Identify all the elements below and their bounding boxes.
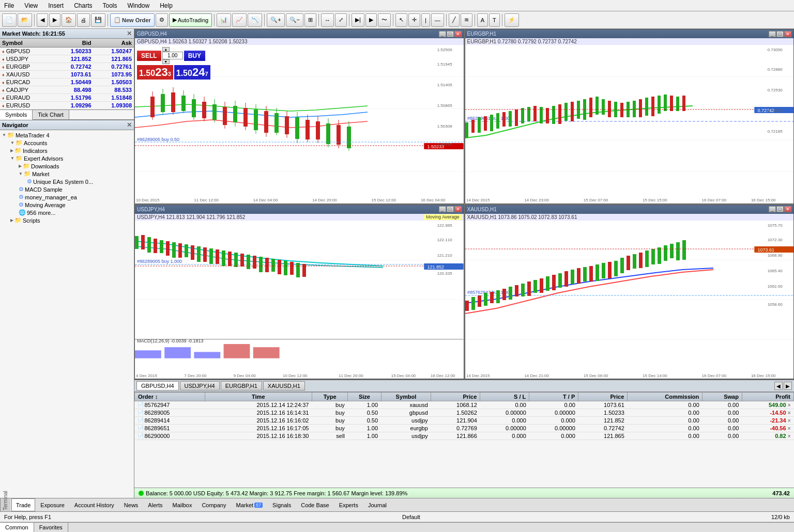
nav-downloads[interactable]: ▶ 📁 Downloads: [18, 162, 133, 170]
chart-tab-eurgbp[interactable]: EURGBP,H1: [221, 381, 262, 390]
col-price-open[interactable]: Price: [431, 393, 480, 401]
bottom-tab-market[interactable]: Market57: [231, 498, 267, 511]
col-profit[interactable]: Profit: [742, 393, 793, 401]
market-watch-row[interactable]: ♦ EURGBP 0.72742 0.72761: [0, 63, 134, 71]
bottom-tab-mailbox[interactable]: Mailbox: [167, 498, 196, 511]
chart-xauusd-body[interactable]: #85762947 buy 1.00: [465, 221, 794, 379]
col-sl[interactable]: S / L: [480, 393, 529, 401]
bottom-tab-exposure[interactable]: Exposure: [36, 498, 69, 511]
chart-usdjpy-minimize[interactable]: _: [439, 206, 446, 212]
order-settings-btn[interactable]: ⚙: [156, 13, 168, 27]
bottom-tab-trade[interactable]: Trade: [11, 498, 35, 511]
zoom-in-btn[interactable]: 🔍+: [267, 13, 284, 27]
chart-usdjpy-close[interactable]: ✕: [454, 206, 462, 212]
menu-window[interactable]: Window: [126, 1, 152, 10]
trade-row[interactable]: 📄 86290000 2015.12.16 16:18:30 sell 1.00…: [135, 432, 794, 440]
col-order[interactable]: Order ↕: [135, 393, 205, 401]
tab-symbols[interactable]: Symbols: [0, 110, 33, 120]
menu-help[interactable]: Help: [158, 1, 175, 10]
bottom-tab-signals[interactable]: Signals: [268, 498, 296, 511]
lot-up-btn[interactable]: ▲: [162, 47, 170, 52]
tl2[interactable]: ⤢: [335, 13, 347, 27]
chart-usdjpy-restore[interactable]: □: [447, 206, 454, 212]
bottom-tab-journal[interactable]: Journal: [363, 498, 391, 511]
chart-usdjpy-body[interactable]: #86289005 buy 1.000: [135, 221, 464, 379]
col-size[interactable]: Size: [348, 393, 381, 401]
fibonacci-btn[interactable]: ≋: [461, 13, 472, 27]
chart-gbpusd-minimize[interactable]: _: [439, 31, 446, 37]
buy-button[interactable]: BUY: [184, 51, 205, 61]
new-file-btn[interactable]: 📄: [2, 13, 17, 27]
hline-btn[interactable]: —: [431, 13, 444, 27]
trade-row[interactable]: 📄 85762947 2015.12.14 12:24:37 buy 1.00 …: [135, 401, 794, 409]
chart-gbpusd-body[interactable]: SELL ▲ ▼ BUY 1.50: [135, 45, 464, 204]
menu-tools[interactable]: Tools: [101, 1, 119, 10]
chart-tab-prev[interactable]: ◀: [774, 382, 783, 390]
col-symbol[interactable]: Symbol: [381, 393, 431, 401]
navigator-close-btn[interactable]: ✕: [127, 121, 132, 129]
trade-row[interactable]: 📄 86289651 2015.12.16 16:17:05 buy 1.00 …: [135, 425, 794, 432]
back-btn[interactable]: ◀: [37, 13, 48, 27]
label-btn[interactable]: T: [489, 13, 500, 27]
print-btn[interactable]: 🖨: [77, 13, 90, 27]
indicators-btn[interactable]: 〜: [378, 13, 391, 27]
chart-eurgbp-restore[interactable]: □: [776, 31, 784, 37]
experts-btn[interactable]: ▶|: [352, 13, 364, 27]
menu-charts[interactable]: Charts: [72, 1, 94, 10]
menu-file[interactable]: File: [2, 1, 16, 10]
new-order-button[interactable]: 📋 New Order: [110, 13, 155, 27]
nav-indicators[interactable]: ▶ 📁 Indicators: [9, 147, 133, 154]
trade-row[interactable]: 📄 86289005 2015.12.16 16:14:31 buy 0.50 …: [135, 409, 794, 417]
chart-xauusd-restore[interactable]: □: [776, 206, 784, 212]
sell-button[interactable]: SELL: [137, 51, 161, 61]
market-watch-row[interactable]: ♦ CADJPY 88.498 88.533: [0, 86, 134, 94]
autotrading-button[interactable]: ▶ AutoTrading: [169, 13, 212, 27]
bottom-tab-alerts[interactable]: Alerts: [143, 498, 167, 511]
chart-eurgbp-body[interactable]: #86289651 buy 1.00: [465, 45, 794, 204]
save-btn[interactable]: 💾: [91, 13, 105, 27]
zoom-out-btn[interactable]: 🔍−: [286, 13, 303, 27]
chart-type-btn3[interactable]: 📉: [248, 13, 262, 27]
trade-row[interactable]: 📄 86289414 2015.12.16 16:16:02 buy 0.50 …: [135, 417, 794, 425]
col-price-cur[interactable]: Price: [578, 393, 628, 401]
trade-table-scroll[interactable]: Order ↕ Time Type Size Symbol Price S / …: [134, 392, 794, 488]
chart-type-btn1[interactable]: 📊: [217, 13, 231, 27]
crosshair-btn[interactable]: ✛: [408, 13, 420, 27]
chart-tab-usdjpy[interactable]: USDJPY,H4: [180, 381, 220, 390]
text-btn[interactable]: A: [477, 13, 488, 27]
lot-input[interactable]: [162, 52, 183, 59]
nav-money-manager[interactable]: ⚙ money_manager_ea: [18, 193, 133, 201]
grid-btn[interactable]: ⊞: [304, 13, 316, 27]
bottom-tab-experts[interactable]: Experts: [334, 498, 363, 511]
lot-down-btn[interactable]: ▼: [162, 59, 170, 64]
nav-scripts[interactable]: ▶ 📁 Scripts: [9, 216, 133, 224]
chart-type-btn2[interactable]: 📈: [232, 13, 247, 27]
chart-tab-gbpusd[interactable]: GBPUSD,H4: [136, 381, 179, 390]
bottom-tab-company[interactable]: Company: [197, 498, 231, 511]
chart-xauusd-close[interactable]: ✕: [784, 206, 791, 212]
market-watch-row[interactable]: ♦ GBPUSD 1.50233 1.50247: [0, 48, 134, 55]
nav-moving-average[interactable]: ⚙ Moving Average: [18, 201, 133, 209]
trendline-btn[interactable]: ╱: [449, 13, 460, 27]
chart-gbpusd-close[interactable]: ✕: [454, 31, 462, 37]
col-swap[interactable]: Swap: [703, 393, 742, 401]
chart-tab-xauusd[interactable]: XAUUSD,H1: [263, 381, 305, 390]
nav-market[interactable]: ▼ 📁 Market: [18, 170, 133, 178]
tab-tick-chart[interactable]: Tick Chart: [33, 110, 69, 119]
nav-macd[interactable]: ⚙ MACD Sample: [18, 185, 133, 193]
scripts-btn[interactable]: ▶: [365, 13, 377, 27]
col-commission[interactable]: Commission: [628, 393, 703, 401]
market-watch-close-btn[interactable]: ✕: [127, 30, 132, 37]
chart-eurgbp-minimize[interactable]: _: [769, 31, 776, 37]
col-type[interactable]: Type: [312, 393, 347, 401]
nav-expert-advisors[interactable]: ▼ 📁 Expert Advisors: [9, 154, 133, 162]
market-watch-row[interactable]: ♦ EURUSD 1.09296 1.09308: [0, 102, 134, 109]
bottom-tab-account-history[interactable]: Account History: [70, 498, 119, 511]
cursor-btn[interactable]: ↖: [395, 13, 407, 27]
vline-btn[interactable]: |: [421, 13, 430, 27]
market-watch-row[interactable]: ♦ XAUUSD 1073.61 1073.95: [0, 71, 134, 79]
col-time[interactable]: Time: [205, 393, 312, 401]
bottom-tab-code-base[interactable]: Code Base: [296, 498, 333, 511]
forward-btn[interactable]: ▶: [49, 13, 60, 27]
nav-unique-ea[interactable]: ⚙ Unique EAs System 0...: [26, 178, 133, 185]
